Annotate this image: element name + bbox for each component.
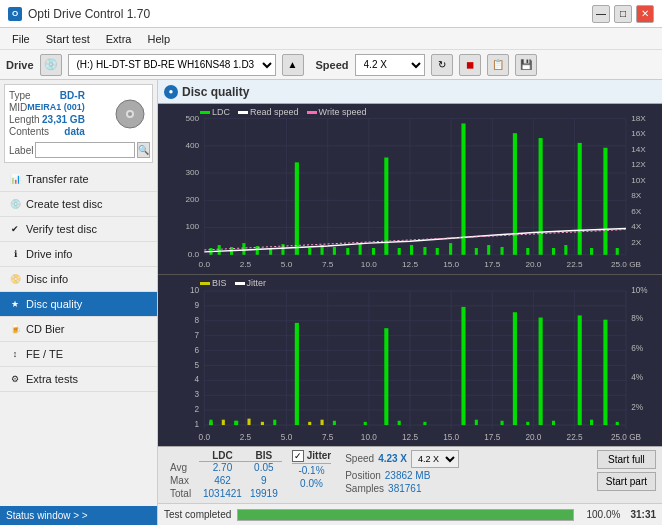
disc-panel-header: Type BD-R MID MEIRA1 (001) Length 23,31 … [9, 89, 148, 138]
col-header-bis: BIS [246, 450, 282, 462]
speed-select[interactable]: 4.2 X [355, 54, 425, 76]
status-window-button[interactable]: Status window > > [0, 506, 157, 525]
svg-rect-75 [564, 245, 567, 255]
position-row: Position 23862 MB [345, 470, 459, 481]
sidebar-item-fe-te[interactable]: ↕ FE / TE [0, 342, 157, 367]
save-button[interactable]: 💾 [515, 54, 537, 76]
start-part-button[interactable]: Start part [597, 472, 656, 491]
legend-read-speed-color [238, 111, 248, 114]
svg-text:25.0 GB: 25.0 GB [611, 261, 641, 270]
svg-rect-79 [616, 248, 619, 255]
sidebar-item-verify-test-disc[interactable]: ✔ Verify test disc [0, 217, 157, 242]
legend-bis-label: BIS [212, 278, 227, 288]
svg-text:500: 500 [185, 114, 199, 123]
samples-val: 381761 [388, 483, 421, 494]
sidebar-item-create-test-disc[interactable]: 💿 Create test disc [0, 192, 157, 217]
svg-text:300: 300 [185, 168, 199, 177]
sidebar-item-drive-info[interactable]: ℹ Drive info [0, 242, 157, 267]
svg-rect-151 [526, 422, 529, 425]
minimize-button[interactable]: — [592, 5, 610, 23]
jitter-header: ✓ Jitter [292, 450, 331, 464]
jitter-checkbox[interactable]: ✓ [292, 450, 304, 462]
copy-button[interactable]: 📋 [487, 54, 509, 76]
drive-select[interactable]: (H:) HL-DT-ST BD-RE WH16NS48 1.D3 [68, 54, 276, 76]
legend-ldc-label: LDC [212, 107, 230, 117]
svg-rect-65 [436, 248, 439, 255]
max-jitter: 0.0% [292, 477, 331, 490]
maximize-button[interactable]: □ [614, 5, 632, 23]
start-full-button[interactable]: Start full [597, 450, 656, 469]
svg-text:200: 200 [185, 195, 199, 204]
svg-rect-129 [222, 420, 225, 425]
refresh-button[interactable]: ↻ [431, 54, 453, 76]
legend-bis-color [200, 282, 210, 285]
menu-file[interactable]: File [4, 31, 38, 47]
speed-row: Speed 4.23 X 4.2 X [345, 450, 459, 468]
svg-text:16X: 16X [631, 129, 646, 138]
legend-read-speed-label: Read speed [250, 107, 299, 117]
max-ldc: 462 [199, 474, 246, 487]
label-btn[interactable]: 🔍 [137, 142, 150, 158]
svg-text:8X: 8X [631, 192, 642, 201]
svg-rect-148 [423, 422, 426, 425]
svg-rect-145 [333, 421, 336, 425]
menu-help[interactable]: Help [139, 31, 178, 47]
type-val: BD-R [60, 90, 85, 101]
svg-rect-60 [372, 248, 375, 255]
disc-quality-header: ● Disc quality [158, 80, 662, 104]
svg-rect-149 [475, 420, 478, 425]
mid-val: MEIRA1 (001) [27, 102, 85, 113]
svg-text:5.0: 5.0 [281, 432, 293, 442]
svg-rect-71 [513, 133, 517, 255]
app-title: Opti Drive Control 1.70 [28, 7, 150, 21]
svg-rect-54 [295, 162, 299, 254]
menu-extra[interactable]: Extra [98, 31, 140, 47]
stats-table: LDC BIS Avg 2.70 0.05 Max 462 [164, 450, 282, 501]
legend-jitter: Jitter [235, 278, 267, 288]
close-button[interactable]: ✕ [636, 5, 654, 23]
svg-rect-68 [475, 248, 478, 255]
speed-dropdown[interactable]: 4.2 X [411, 450, 459, 468]
contents-key: Contents [9, 126, 49, 137]
eject-button[interactable]: ▲ [282, 54, 304, 76]
svg-text:18X: 18X [631, 114, 646, 123]
speed-label: Speed [316, 59, 349, 71]
svg-rect-142 [209, 420, 212, 425]
length-val: 23,31 GB [42, 114, 85, 125]
extra-tests-icon: ⚙ [8, 372, 22, 386]
app-icon: O [8, 7, 22, 21]
sidebar-item-extra-tests[interactable]: ⚙ Extra tests [0, 367, 157, 392]
progress-status: Test completed [164, 509, 231, 520]
verify-test-disc-icon: ✔ [8, 222, 22, 236]
sidebar-item-disc-quality[interactable]: ★ Disc quality [0, 292, 157, 317]
svg-text:2X: 2X [631, 238, 642, 247]
svg-text:1: 1 [195, 419, 200, 429]
sidebar-item-disc-info[interactable]: 📀 Disc info [0, 267, 157, 292]
svg-rect-147 [398, 421, 401, 425]
erase-button[interactable]: ◼ [459, 54, 481, 76]
progress-bar-outer [237, 509, 574, 521]
menu-start-test[interactable]: Start test [38, 31, 98, 47]
svg-rect-131 [247, 419, 250, 425]
sidebar-item-transfer-rate[interactable]: 📊 Transfer rate [0, 167, 157, 192]
col-header-ldc: LDC [199, 450, 246, 462]
chart2-svg: 10 9 8 7 6 5 4 3 2 1 10% 8% 6% 4% 2% [158, 275, 662, 445]
contents-val: data [64, 126, 85, 137]
stats-table-section: LDC BIS Avg 2.70 0.05 Max 462 [164, 450, 282, 501]
svg-rect-64 [423, 247, 426, 255]
svg-rect-77 [590, 248, 593, 255]
svg-rect-150 [501, 421, 504, 425]
label-input[interactable] [35, 142, 135, 158]
svg-text:5.0: 5.0 [281, 261, 293, 270]
total-ldc: 1031421 [199, 487, 246, 500]
svg-text:9: 9 [195, 300, 200, 310]
progress-percent: 100.0% [580, 509, 620, 520]
drive-icon: 💿 [40, 54, 62, 76]
fe-te-icon: ↕ [8, 347, 22, 361]
disc-info-icon: 📀 [8, 272, 22, 286]
svg-text:2: 2 [195, 404, 200, 414]
svg-text:0.0: 0.0 [199, 261, 211, 270]
svg-rect-74 [552, 248, 555, 255]
sidebar-item-cd-bier[interactable]: 🍺 CD Bier [0, 317, 157, 342]
svg-rect-62 [398, 248, 401, 255]
